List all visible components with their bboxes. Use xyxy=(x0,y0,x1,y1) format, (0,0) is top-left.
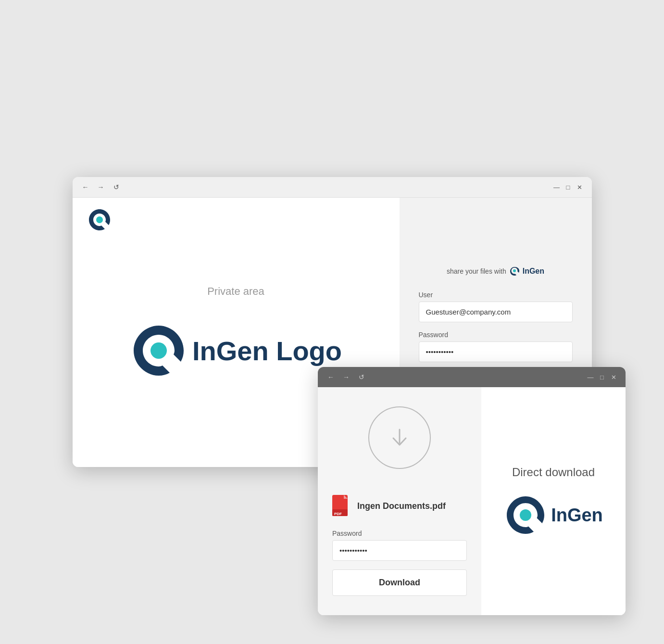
dl-back-button[interactable]: ← xyxy=(326,372,336,382)
pdf-icon: PDF xyxy=(332,495,351,518)
ingen-logo-text: InGen Logo xyxy=(192,335,342,366)
top-left-logo xyxy=(87,207,112,234)
download-icon-circle xyxy=(368,406,431,469)
back-button[interactable]: ← xyxy=(80,182,91,192)
dl-minimize-button[interactable]: — xyxy=(586,373,595,381)
user-form-group: User xyxy=(419,291,573,322)
download-content: PDF Ingen Documents.pdf Password Downloa… xyxy=(318,387,626,615)
pdf-file-icon: PDF xyxy=(332,495,351,518)
dl-window-controls: — □ ✕ xyxy=(586,373,618,381)
ingen-medium-logo: InGen xyxy=(504,493,603,537)
window-controls: — □ ✕ xyxy=(552,183,584,191)
direct-download-label: Direct download xyxy=(512,466,595,479)
password-form-group: Password xyxy=(419,331,573,362)
main-toolbar: ← → ↺ — □ ✕ xyxy=(73,177,592,198)
dl-refresh-button[interactable]: ↺ xyxy=(356,372,367,382)
private-area-label: Private area xyxy=(207,285,264,298)
svg-point-2 xyxy=(513,269,516,272)
forward-button[interactable]: → xyxy=(96,182,106,192)
password-input[interactable] xyxy=(419,341,573,362)
ingen-inline-logo-icon xyxy=(509,266,520,277)
download-browser-window: ← → ↺ — □ ✕ xyxy=(318,367,626,615)
dl-password-input[interactable] xyxy=(332,540,467,561)
dl-close-button[interactable]: ✕ xyxy=(609,373,618,381)
file-name: Ingen Documents.pdf xyxy=(357,501,446,512)
download-button[interactable]: Download xyxy=(332,569,467,596)
share-label: share your files with InGen xyxy=(447,266,544,277)
svg-point-1 xyxy=(150,342,167,359)
download-toolbar: ← → ↺ — □ ✕ xyxy=(318,367,626,387)
maximize-button[interactable]: □ xyxy=(564,183,573,191)
ingen-large-logo: InGen Logo xyxy=(130,322,342,379)
dl-password-form-group: Password xyxy=(332,530,467,561)
user-input[interactable] xyxy=(419,302,573,322)
download-right-panel: Direct download InGen xyxy=(481,387,626,615)
file-info: PDF Ingen Documents.pdf xyxy=(332,495,446,518)
password-label: Password xyxy=(419,331,573,339)
minimize-button[interactable]: — xyxy=(552,183,561,191)
svg-text:PDF: PDF xyxy=(334,512,342,516)
download-left-panel: PDF Ingen Documents.pdf Password Downloa… xyxy=(318,387,481,615)
svg-point-0 xyxy=(96,216,103,223)
ingen-small-logo-icon xyxy=(87,207,112,232)
user-label: User xyxy=(419,291,573,299)
ingen-large-logo-icon xyxy=(130,322,188,379)
close-button[interactable]: ✕ xyxy=(576,183,584,191)
ingen-medium-logo-icon xyxy=(504,493,547,537)
svg-point-8 xyxy=(520,509,531,521)
ingen-medium-logo-text: InGen xyxy=(551,505,603,526)
dl-password-label: Password xyxy=(332,530,467,537)
dl-maximize-button[interactable]: □ xyxy=(598,373,606,381)
download-arrow-icon xyxy=(388,426,412,450)
refresh-button[interactable]: ↺ xyxy=(111,182,122,192)
dl-forward-button[interactable]: → xyxy=(341,372,351,382)
